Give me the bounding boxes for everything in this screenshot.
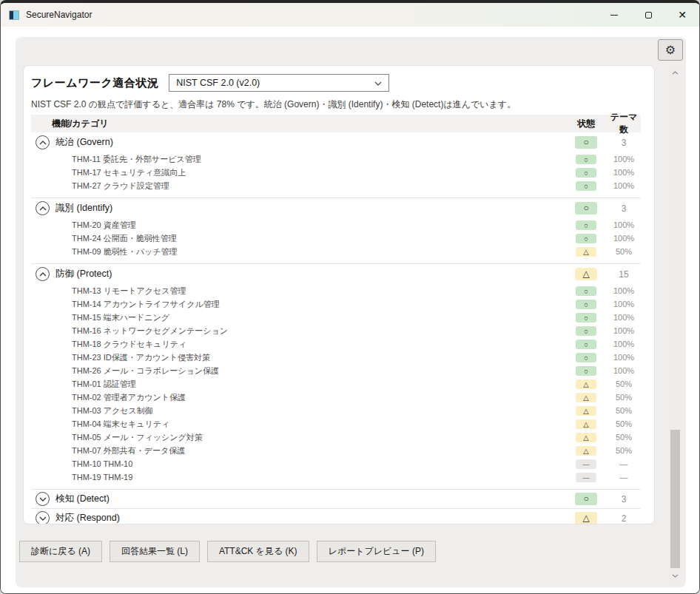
theme-label: THM-15 端末ハードニング	[72, 312, 565, 323]
category-row[interactable]: 統治 (Govern)○3	[31, 132, 641, 152]
theme-row[interactable]: THM-14 アカウントライフサイクル管理○100%	[31, 297, 641, 311]
framework-select[interactable]: NIST CSF 2.0 (v2.0)	[169, 74, 389, 92]
theme-label: THM-09 脆弱性・パッチ管理	[72, 246, 565, 257]
status-cell: ○	[565, 220, 607, 230]
theme-label: THM-02 管理者アカウント保護	[72, 392, 565, 403]
theme-row[interactable]: THM-24 公開面・脆弱性管理○100%	[31, 232, 641, 245]
theme-row[interactable]: THM-23 ID保護・アカウント侵害対策○100%	[31, 351, 641, 364]
theme-score: 100%	[607, 168, 641, 177]
theme-row[interactable]: THM-09 脆弱性・パッチ管理△50%	[31, 245, 641, 258]
panel-scrollbar[interactable]	[669, 65, 682, 583]
category-group: 対応 (Respond)△2	[31, 509, 641, 524]
status-badge: △	[576, 406, 596, 416]
status-cell: ○	[565, 353, 607, 362]
status-cell: △	[565, 433, 607, 442]
app-icon	[9, 10, 19, 20]
expand-icon[interactable]	[36, 511, 50, 524]
theme-row[interactable]: THM-26 メール・コラボレーション保護○100%	[31, 364, 641, 377]
expand-icon[interactable]	[36, 492, 50, 506]
status-cell: △	[565, 406, 607, 416]
settings-button[interactable]: ⚙	[658, 39, 683, 61]
back-to-diagnosis-button[interactable]: 診断に戻る (A)	[19, 541, 102, 562]
collapse-icon[interactable]	[36, 135, 50, 149]
theme-row[interactable]: THM-19 THM-19——	[31, 470, 641, 484]
table-body: 統治 (Govern)○3THM-11 委託先・外部サービス管理○100%THM…	[31, 132, 641, 524]
report-preview-button[interactable]: レポートプレビュー (P)	[317, 541, 436, 562]
status-badge: △	[576, 247, 596, 257]
theme-label: THM-24 公開面・脆弱性管理	[72, 233, 565, 244]
status-cell: ○	[565, 326, 607, 336]
theme-label: THM-23 ID保護・アカウント侵害対策	[72, 352, 565, 363]
theme-row[interactable]: THM-05 メール・フィッシング対策△50%	[31, 431, 641, 444]
status-badge: ○	[576, 220, 596, 230]
theme-label: THM-04 端末セキュリティ	[72, 419, 565, 430]
answer-list-button[interactable]: 回答結果一覧 (L)	[110, 541, 200, 562]
category-label: 対応 (Respond)	[55, 512, 565, 524]
status-badge: △	[576, 433, 596, 442]
theme-row[interactable]: THM-27 クラウド設定管理○100%	[31, 179, 641, 192]
theme-row[interactable]: THM-11 委託先・外部サービス管理○100%	[31, 152, 641, 166]
collapse-icon[interactable]	[36, 201, 50, 215]
titlebar: SecureNavigator ✕	[1, 3, 699, 27]
category-group: 統治 (Govern)○3THM-11 委託先・外部サービス管理○100%THM…	[31, 132, 641, 198]
category-row[interactable]: 検知 (Detect)○3	[31, 490, 641, 508]
theme-row[interactable]: THM-17 セキュリティ意識向上○100%	[31, 166, 641, 179]
column-category: 機能/カテゴリ	[31, 118, 565, 130]
category-row[interactable]: 識別 (Identify)○3	[31, 198, 641, 218]
theme-score: 50%	[607, 419, 641, 428]
status-cell: △	[565, 247, 607, 257]
theme-label: THM-19 THM-19	[72, 473, 565, 482]
scrollbar-thumb[interactable]	[670, 430, 680, 568]
theme-score: 100%	[607, 313, 641, 322]
category-row[interactable]: 防御 (Protect)△15	[31, 264, 641, 284]
theme-row[interactable]: THM-15 端末ハードニング○100%	[31, 311, 641, 324]
theme-label: THM-10 THM-10	[72, 459, 565, 468]
scroll-up-icon[interactable]	[669, 67, 682, 78]
status-badge: —	[576, 459, 596, 469]
theme-count: 3	[607, 138, 641, 148]
column-themes: テーマ数	[607, 111, 641, 136]
theme-score: 100%	[607, 353, 641, 362]
status-badge: ○	[576, 181, 596, 191]
theme-label: THM-18 クラウドセキュリティ	[72, 339, 565, 350]
collapse-icon[interactable]	[36, 267, 50, 281]
status-cell: ○	[565, 313, 607, 323]
theme-label: THM-17 セキュリティ意識向上	[72, 167, 565, 178]
status-cell: ○	[565, 181, 607, 191]
maximize-button[interactable]	[631, 3, 665, 27]
theme-score: —	[607, 473, 641, 482]
status-cell: —	[565, 473, 607, 482]
theme-label: THM-27 クラウド設定管理	[72, 180, 565, 192]
view-attck-button[interactable]: ATT&CK を見る (K)	[207, 541, 309, 562]
theme-score: 100%	[607, 234, 641, 243]
theme-row[interactable]: THM-18 クラウドセキュリティ○100%	[31, 337, 641, 351]
status-badge: △	[575, 512, 597, 524]
status-badge: ○	[576, 313, 596, 323]
theme-row[interactable]: THM-16 ネットワークセグメンテーション○100%	[31, 324, 641, 337]
scroll-down-icon[interactable]	[669, 570, 682, 581]
status-badge: △	[576, 393, 596, 402]
category-group: 検知 (Detect)○3	[31, 490, 641, 509]
status-cell: ○	[565, 234, 607, 243]
theme-count: 3	[607, 494, 641, 504]
theme-row[interactable]: THM-02 管理者アカウント保護△50%	[31, 391, 641, 404]
theme-score: 50%	[607, 247, 641, 256]
theme-row[interactable]: THM-07 外部共有・データ保護△50%	[31, 444, 641, 457]
theme-score: 100%	[607, 286, 641, 295]
theme-row[interactable]: THM-10 THM-10——	[31, 457, 641, 470]
theme-row[interactable]: THM-20 資産管理○100%	[31, 218, 641, 232]
theme-count: 15	[607, 269, 641, 280]
theme-score: 50%	[607, 406, 641, 415]
minimize-button[interactable]	[597, 3, 631, 27]
theme-row[interactable]: THM-01 認証管理△50%	[31, 377, 641, 391]
status-cell: ○	[565, 202, 607, 215]
theme-row[interactable]: THM-03 アクセス制御△50%	[31, 404, 641, 417]
status-badge: ○	[576, 168, 596, 178]
status-cell: ○	[565, 286, 607, 296]
close-button[interactable]: ✕	[665, 3, 699, 27]
theme-row[interactable]: THM-04 端末セキュリティ△50%	[31, 417, 641, 431]
category-row[interactable]: 対応 (Respond)△2	[31, 509, 641, 524]
theme-count: 3	[607, 203, 641, 214]
status-badge: △	[576, 419, 596, 429]
theme-row[interactable]: THM-13 リモートアクセス管理○100%	[31, 284, 641, 297]
